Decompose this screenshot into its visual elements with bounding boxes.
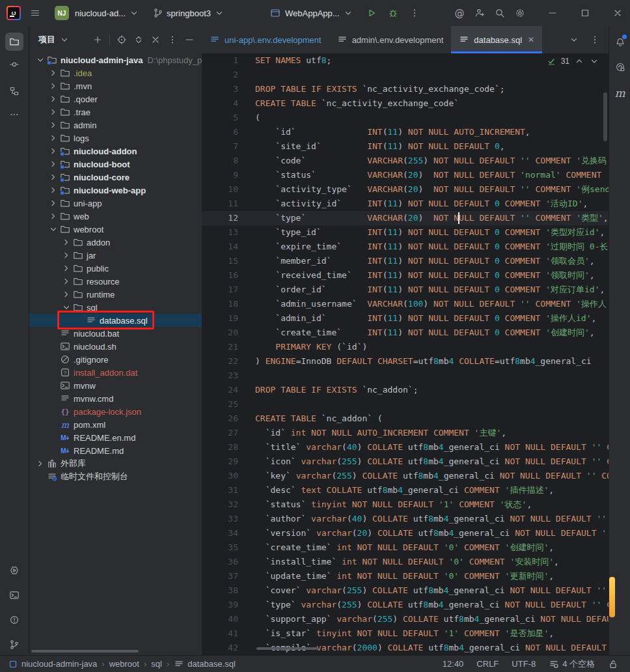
commit-tool-button[interactable]: [5, 55, 23, 74]
tree-item-niucloud-addon[interactable]: niucloud-addon: [29, 145, 202, 158]
tree-item-jar[interactable]: jar: [29, 249, 202, 262]
project-panel-title[interactable]: 项目: [38, 34, 55, 46]
tree-item-niucloud.sh[interactable]: niucloud.sh: [29, 340, 202, 353]
panel-options-button[interactable]: [165, 33, 180, 47]
hide-panel-button[interactable]: [182, 33, 197, 47]
chevron-up-icon[interactable]: [574, 56, 584, 66]
tree-item-.trae[interactable]: .trae: [29, 105, 202, 119]
tab-options-button[interactable]: [586, 31, 603, 48]
tree-item-niucloud-web-app[interactable]: niucloud-web-app: [29, 184, 202, 197]
chevron-right-icon[interactable]: [48, 172, 59, 182]
tree-item-public[interactable]: public: [29, 262, 202, 275]
ai-assistant-button[interactable]: @: [451, 5, 468, 21]
tree-item-.gitignore[interactable]: .gitignore: [29, 353, 202, 366]
close-button[interactable]: [609, 5, 626, 21]
maven-tool-button[interactable]: m: [612, 85, 628, 101]
tree-item-pom.xml[interactable]: mpom.xml: [29, 418, 202, 431]
tree-item-webroot[interactable]: webroot: [29, 223, 202, 236]
search-everywhere-button[interactable]: [491, 5, 508, 21]
tree-item-临时文件和控制台[interactable]: 临时文件和控制台: [29, 470, 202, 483]
tree-horizontal-scrollbar[interactable]: [31, 650, 139, 652]
tree-item-niucloud.bat[interactable]: niucloud.bat: [29, 327, 202, 340]
tree-item-.idea[interactable]: .idea: [29, 66, 202, 79]
editor-vertical-scrollbar[interactable]: [603, 92, 607, 141]
chevron-right-icon[interactable]: [48, 185, 59, 195]
editor-horizontal-scrollbar[interactable]: [256, 647, 318, 650]
file-encoding[interactable]: UTF-8: [512, 659, 536, 669]
more-tools-button[interactable]: [5, 105, 23, 124]
tree-item-logs[interactable]: logs: [29, 132, 202, 145]
add-button[interactable]: [90, 33, 105, 47]
tree-item-web[interactable]: web: [29, 210, 202, 223]
tree-item-sql[interactable]: sql: [29, 301, 202, 314]
debug-button[interactable]: [385, 5, 402, 21]
chevron-down-icon[interactable]: [61, 302, 72, 313]
breadcrumb-item-database.sql[interactable]: database.sql: [174, 658, 236, 669]
tree-item-runtime[interactable]: runtime: [29, 288, 202, 301]
tree-item-uni-app[interactable]: uni-app: [29, 197, 202, 210]
expand-all-button[interactable]: [131, 33, 146, 47]
code-with-me-button[interactable]: [471, 5, 488, 21]
chevron-down-icon[interactable]: [48, 224, 59, 234]
chevron-right-icon[interactable]: [61, 250, 72, 260]
breadcrumb-item-sql[interactable]: sql: [151, 659, 162, 669]
main-menu-button[interactable]: [27, 5, 44, 21]
chevron-right-icon[interactable]: [48, 94, 59, 104]
terminal-tool-button[interactable]: [5, 586, 23, 604]
chevron-right-icon[interactable]: [48, 133, 59, 143]
chevron-right-icon[interactable]: [61, 289, 72, 300]
chevron-right-icon[interactable]: [48, 146, 59, 156]
chevron-right-icon[interactable]: [48, 198, 59, 208]
locate-file-button[interactable]: [115, 33, 129, 47]
tree-item-addon[interactable]: addon: [29, 236, 202, 249]
chevron-right-icon[interactable]: [48, 211, 59, 221]
tree-item-resource[interactable]: resource: [29, 275, 202, 288]
git-tool-button[interactable]: [5, 636, 23, 654]
chevron-right-icon[interactable]: [48, 107, 59, 117]
problems-tool-button[interactable]: [5, 611, 23, 629]
vcs-branch-widget[interactable]: springboot3: [153, 8, 225, 19]
chevron-right-icon[interactable]: [34, 458, 46, 469]
tree-item-mvnw[interactable]: mvnw: [29, 379, 202, 392]
indent-setting[interactable]: 4 个空格: [549, 658, 595, 670]
project-switcher[interactable]: niucloud-ad...: [75, 8, 139, 19]
collapse-all-button[interactable]: [148, 33, 163, 47]
run-configuration-selector[interactable]: WebAppApp...: [285, 8, 353, 19]
tree-item-外部库[interactable]: 外部库: [29, 457, 202, 470]
tree-item-mvnw.cmd[interactable]: mvnw.cmd: [29, 392, 202, 405]
structure-tool-button[interactable]: [5, 82, 23, 100]
tree-item-niucloud-admin-java[interactable]: niucloud-admin-javaD:\phpstudy_pr: [29, 53, 202, 66]
tree-item-admin[interactable]: admin: [29, 119, 202, 132]
caret-position[interactable]: 12:40: [443, 659, 464, 669]
breadcrumb-item-niucloud-admin-java[interactable]: niucloud-admin-java: [8, 658, 97, 669]
inspection-widget[interactable]: 31: [546, 56, 599, 66]
more-run-actions-button[interactable]: [406, 5, 423, 21]
chevron-right-icon[interactable]: [48, 120, 59, 130]
chevron-right-icon[interactable]: [48, 159, 59, 169]
tree-item-package-lock.json[interactable]: {}package-lock.json: [29, 405, 202, 418]
code-editor[interactable]: 1SET NAMES utf8;23DROP TABLE IF EXISTS `…: [202, 53, 609, 655]
run-button[interactable]: [363, 5, 380, 21]
file-lock-toggle[interactable]: [608, 658, 618, 669]
tree-item-niucloud-core[interactable]: niucloud-core: [29, 171, 202, 184]
project-tool-button[interactable]: [5, 33, 23, 51]
chevron-right-icon[interactable]: [48, 81, 59, 91]
run-tool-button[interactable]: [5, 561, 23, 580]
tree-item-niucloud-boot[interactable]: niucloud-boot: [29, 158, 202, 171]
chevron-down-icon[interactable]: [589, 56, 599, 66]
tab-list-button[interactable]: [566, 31, 582, 48]
chevron-right-icon[interactable]: [61, 237, 72, 247]
chevron-right-icon[interactable]: [61, 263, 72, 273]
chevron-down-icon[interactable]: [34, 55, 46, 65]
tree-item-.qoder[interactable]: .qoder: [29, 92, 202, 105]
chevron-right-icon[interactable]: [48, 68, 59, 78]
tab-uni-app-.env.development[interactable]: uni-app\.env.development: [202, 26, 329, 53]
tree-item-README.md[interactable]: MREADME.md: [29, 444, 202, 457]
tab-admin-.env.development[interactable]: admin\.env.development: [329, 26, 452, 53]
breadcrumb-item-webroot[interactable]: webroot: [109, 659, 139, 669]
chevron-right-icon[interactable]: [61, 276, 72, 287]
close-tab-icon[interactable]: ✕: [528, 35, 534, 44]
notifications-button[interactable]: [612, 34, 628, 50]
tree-item-.mvn[interactable]: .mvn: [29, 79, 202, 92]
tree-item-database.sql[interactable]: database.sql: [29, 314, 202, 327]
